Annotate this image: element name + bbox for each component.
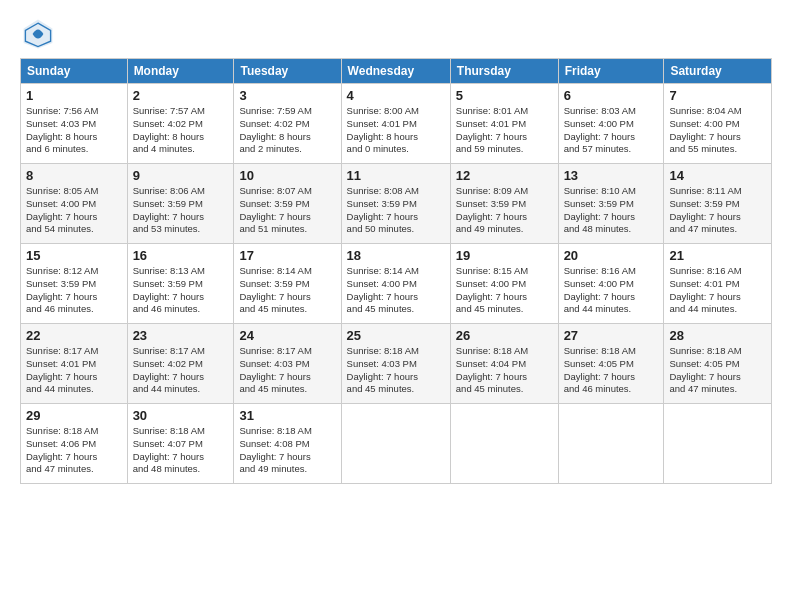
day-info: Sunrise: 7:56 AM Sunset: 4:03 PM Dayligh… <box>26 105 122 156</box>
day-info: Sunrise: 8:15 AM Sunset: 4:00 PM Dayligh… <box>456 265 553 316</box>
day-info: Sunrise: 8:17 AM Sunset: 4:01 PM Dayligh… <box>26 345 122 396</box>
day-cell-14: 14Sunrise: 8:11 AM Sunset: 3:59 PM Dayli… <box>664 164 772 244</box>
day-cell-29: 29Sunrise: 8:18 AM Sunset: 4:06 PM Dayli… <box>21 404 128 484</box>
day-cell-24: 24Sunrise: 8:17 AM Sunset: 4:03 PM Dayli… <box>234 324 341 404</box>
day-cell-22: 22Sunrise: 8:17 AM Sunset: 4:01 PM Dayli… <box>21 324 128 404</box>
day-info: Sunrise: 8:01 AM Sunset: 4:01 PM Dayligh… <box>456 105 553 156</box>
page: SundayMondayTuesdayWednesdayThursdayFrid… <box>0 0 792 612</box>
day-cell-3: 3Sunrise: 7:59 AM Sunset: 4:02 PM Daylig… <box>234 84 341 164</box>
day-cell-17: 17Sunrise: 8:14 AM Sunset: 3:59 PM Dayli… <box>234 244 341 324</box>
day-info: Sunrise: 8:10 AM Sunset: 3:59 PM Dayligh… <box>564 185 659 236</box>
day-cell-20: 20Sunrise: 8:16 AM Sunset: 4:00 PM Dayli… <box>558 244 664 324</box>
day-number: 7 <box>669 88 766 103</box>
day-cell-26: 26Sunrise: 8:18 AM Sunset: 4:04 PM Dayli… <box>450 324 558 404</box>
empty-cell <box>664 404 772 484</box>
day-info: Sunrise: 8:13 AM Sunset: 3:59 PM Dayligh… <box>133 265 229 316</box>
day-number: 19 <box>456 248 553 263</box>
day-info: Sunrise: 8:04 AM Sunset: 4:00 PM Dayligh… <box>669 105 766 156</box>
day-cell-11: 11Sunrise: 8:08 AM Sunset: 3:59 PM Dayli… <box>341 164 450 244</box>
day-number: 16 <box>133 248 229 263</box>
week-row-2: 8Sunrise: 8:05 AM Sunset: 4:00 PM Daylig… <box>21 164 772 244</box>
day-number: 14 <box>669 168 766 183</box>
weekday-header-wednesday: Wednesday <box>341 59 450 84</box>
day-cell-6: 6Sunrise: 8:03 AM Sunset: 4:00 PM Daylig… <box>558 84 664 164</box>
day-cell-15: 15Sunrise: 8:12 AM Sunset: 3:59 PM Dayli… <box>21 244 128 324</box>
day-info: Sunrise: 8:06 AM Sunset: 3:59 PM Dayligh… <box>133 185 229 236</box>
day-info: Sunrise: 8:12 AM Sunset: 3:59 PM Dayligh… <box>26 265 122 316</box>
day-cell-2: 2Sunrise: 7:57 AM Sunset: 4:02 PM Daylig… <box>127 84 234 164</box>
day-info: Sunrise: 8:07 AM Sunset: 3:59 PM Dayligh… <box>239 185 335 236</box>
day-info: Sunrise: 8:18 AM Sunset: 4:03 PM Dayligh… <box>347 345 445 396</box>
day-info: Sunrise: 8:18 AM Sunset: 4:05 PM Dayligh… <box>564 345 659 396</box>
weekday-header-sunday: Sunday <box>21 59 128 84</box>
day-info: Sunrise: 8:14 AM Sunset: 3:59 PM Dayligh… <box>239 265 335 316</box>
day-number: 17 <box>239 248 335 263</box>
day-cell-4: 4Sunrise: 8:00 AM Sunset: 4:01 PM Daylig… <box>341 84 450 164</box>
day-number: 2 <box>133 88 229 103</box>
day-info: Sunrise: 8:18 AM Sunset: 4:05 PM Dayligh… <box>669 345 766 396</box>
day-cell-18: 18Sunrise: 8:14 AM Sunset: 4:00 PM Dayli… <box>341 244 450 324</box>
day-info: Sunrise: 8:18 AM Sunset: 4:08 PM Dayligh… <box>239 425 335 476</box>
empty-cell <box>450 404 558 484</box>
day-number: 5 <box>456 88 553 103</box>
weekday-header-tuesday: Tuesday <box>234 59 341 84</box>
day-number: 24 <box>239 328 335 343</box>
week-row-4: 22Sunrise: 8:17 AM Sunset: 4:01 PM Dayli… <box>21 324 772 404</box>
day-cell-21: 21Sunrise: 8:16 AM Sunset: 4:01 PM Dayli… <box>664 244 772 324</box>
day-info: Sunrise: 8:17 AM Sunset: 4:03 PM Dayligh… <box>239 345 335 396</box>
day-info: Sunrise: 8:18 AM Sunset: 4:07 PM Dayligh… <box>133 425 229 476</box>
weekday-header-monday: Monday <box>127 59 234 84</box>
day-number: 18 <box>347 248 445 263</box>
day-number: 21 <box>669 248 766 263</box>
day-number: 31 <box>239 408 335 423</box>
logo <box>20 16 60 52</box>
weekday-header-thursday: Thursday <box>450 59 558 84</box>
day-number: 9 <box>133 168 229 183</box>
day-info: Sunrise: 7:57 AM Sunset: 4:02 PM Dayligh… <box>133 105 229 156</box>
day-info: Sunrise: 8:18 AM Sunset: 4:06 PM Dayligh… <box>26 425 122 476</box>
day-info: Sunrise: 8:09 AM Sunset: 3:59 PM Dayligh… <box>456 185 553 236</box>
day-cell-16: 16Sunrise: 8:13 AM Sunset: 3:59 PM Dayli… <box>127 244 234 324</box>
day-cell-8: 8Sunrise: 8:05 AM Sunset: 4:00 PM Daylig… <box>21 164 128 244</box>
day-number: 4 <box>347 88 445 103</box>
day-info: Sunrise: 8:00 AM Sunset: 4:01 PM Dayligh… <box>347 105 445 156</box>
calendar-table: SundayMondayTuesdayWednesdayThursdayFrid… <box>20 58 772 484</box>
week-row-1: 1Sunrise: 7:56 AM Sunset: 4:03 PM Daylig… <box>21 84 772 164</box>
day-number: 23 <box>133 328 229 343</box>
day-cell-7: 7Sunrise: 8:04 AM Sunset: 4:00 PM Daylig… <box>664 84 772 164</box>
week-row-3: 15Sunrise: 8:12 AM Sunset: 3:59 PM Dayli… <box>21 244 772 324</box>
day-number: 26 <box>456 328 553 343</box>
week-row-5: 29Sunrise: 8:18 AM Sunset: 4:06 PM Dayli… <box>21 404 772 484</box>
day-number: 10 <box>239 168 335 183</box>
day-cell-28: 28Sunrise: 8:18 AM Sunset: 4:05 PM Dayli… <box>664 324 772 404</box>
calendar-body: 1Sunrise: 7:56 AM Sunset: 4:03 PM Daylig… <box>21 84 772 484</box>
day-number: 25 <box>347 328 445 343</box>
day-info: Sunrise: 8:14 AM Sunset: 4:00 PM Dayligh… <box>347 265 445 316</box>
empty-cell <box>341 404 450 484</box>
day-cell-31: 31Sunrise: 8:18 AM Sunset: 4:08 PM Dayli… <box>234 404 341 484</box>
day-number: 27 <box>564 328 659 343</box>
day-number: 22 <box>26 328 122 343</box>
empty-cell <box>558 404 664 484</box>
weekday-header-friday: Friday <box>558 59 664 84</box>
day-number: 1 <box>26 88 122 103</box>
weekday-header-row: SundayMondayTuesdayWednesdayThursdayFrid… <box>21 59 772 84</box>
day-number: 29 <box>26 408 122 423</box>
day-info: Sunrise: 8:17 AM Sunset: 4:02 PM Dayligh… <box>133 345 229 396</box>
day-info: Sunrise: 8:11 AM Sunset: 3:59 PM Dayligh… <box>669 185 766 236</box>
day-cell-10: 10Sunrise: 8:07 AM Sunset: 3:59 PM Dayli… <box>234 164 341 244</box>
day-cell-12: 12Sunrise: 8:09 AM Sunset: 3:59 PM Dayli… <box>450 164 558 244</box>
day-info: Sunrise: 8:18 AM Sunset: 4:04 PM Dayligh… <box>456 345 553 396</box>
day-info: Sunrise: 8:05 AM Sunset: 4:00 PM Dayligh… <box>26 185 122 236</box>
day-cell-1: 1Sunrise: 7:56 AM Sunset: 4:03 PM Daylig… <box>21 84 128 164</box>
day-number: 30 <box>133 408 229 423</box>
day-number: 6 <box>564 88 659 103</box>
day-number: 11 <box>347 168 445 183</box>
day-number: 8 <box>26 168 122 183</box>
day-cell-5: 5Sunrise: 8:01 AM Sunset: 4:01 PM Daylig… <box>450 84 558 164</box>
day-cell-25: 25Sunrise: 8:18 AM Sunset: 4:03 PM Dayli… <box>341 324 450 404</box>
day-cell-23: 23Sunrise: 8:17 AM Sunset: 4:02 PM Dayli… <box>127 324 234 404</box>
day-cell-13: 13Sunrise: 8:10 AM Sunset: 3:59 PM Dayli… <box>558 164 664 244</box>
day-info: Sunrise: 7:59 AM Sunset: 4:02 PM Dayligh… <box>239 105 335 156</box>
header <box>20 16 772 52</box>
